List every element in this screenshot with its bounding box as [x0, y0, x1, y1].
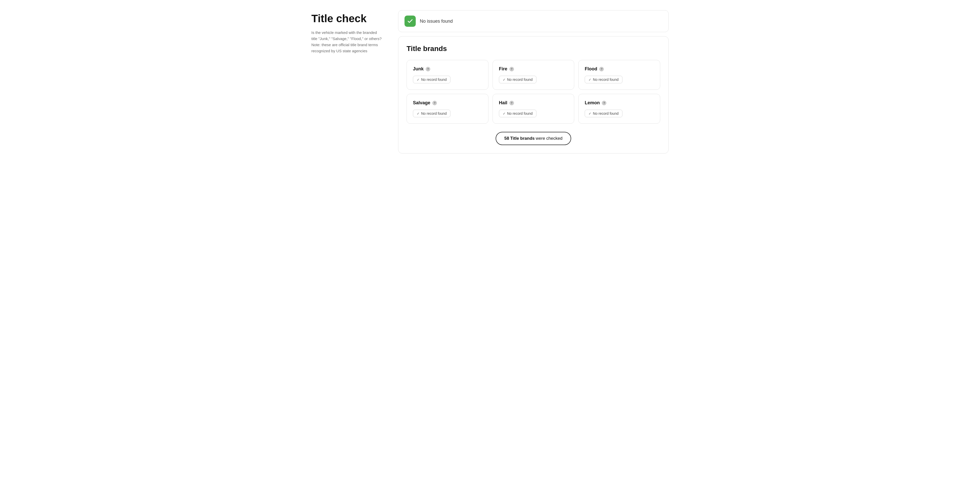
no-record-text: No record found — [421, 111, 447, 116]
brand-card-header: Salvage ? — [413, 100, 482, 106]
no-record-badge: ✓ No record found — [585, 76, 622, 83]
brand-name: Junk — [413, 66, 424, 71]
title-brands-heading: Title brands — [407, 44, 660, 53]
status-banner: No issues found — [398, 10, 669, 32]
brand-card: Flood ? ✓ No record found — [578, 60, 660, 90]
page-layout: Title check Is the vehicle marked with t… — [311, 10, 669, 154]
no-record-badge: ✓ No record found — [499, 109, 536, 117]
status-text: No issues found — [420, 19, 453, 24]
brands-checked-pill: 58 Title brands were checked — [407, 132, 660, 145]
brand-card: Junk ? ✓ No record found — [407, 60, 488, 90]
help-icon[interactable]: ? — [602, 101, 606, 105]
brands-grid: Junk ? ✓ No record found Fire ? ✓ No rec… — [407, 60, 660, 124]
brand-card: Fire ? ✓ No record found — [493, 60, 574, 90]
brand-card-header: Fire ? — [499, 66, 568, 71]
page-title: Title check — [311, 13, 383, 24]
help-icon[interactable]: ? — [509, 101, 514, 105]
brand-card: Lemon ? ✓ No record found — [578, 94, 660, 124]
no-record-badge: ✓ No record found — [585, 109, 622, 117]
check-mark: ✓ — [589, 78, 591, 82]
brand-card-header: Junk ? — [413, 66, 482, 71]
brand-name: Lemon — [585, 100, 600, 106]
checked-suffix: were checked — [536, 136, 563, 141]
help-icon[interactable]: ? — [426, 67, 430, 71]
no-record-text: No record found — [593, 78, 618, 82]
checked-label: Title brands — [510, 136, 535, 141]
no-record-text: No record found — [421, 78, 447, 82]
no-record-text: No record found — [507, 111, 533, 116]
no-record-badge: ✓ No record found — [413, 76, 450, 83]
no-record-badge: ✓ No record found — [499, 76, 536, 83]
main-content: No issues found Title brands Junk ? ✓ No… — [398, 10, 669, 154]
brand-card-header: Flood ? — [585, 66, 654, 71]
help-icon[interactable]: ? — [599, 67, 604, 71]
check-mark: ✓ — [417, 112, 420, 116]
help-icon[interactable]: ? — [432, 101, 437, 105]
brand-name: Fire — [499, 66, 508, 71]
brand-card: Salvage ? ✓ No record found — [407, 94, 488, 124]
help-icon[interactable]: ? — [509, 67, 514, 71]
brand-name: Hail — [499, 100, 508, 106]
brand-card-header: Lemon ? — [585, 100, 654, 106]
no-record-text: No record found — [593, 111, 618, 116]
check-mark: ✓ — [503, 112, 506, 116]
title-brands-card: Title brands Junk ? ✓ No record found Fi… — [398, 36, 669, 154]
brand-card: Hail ? ✓ No record found — [493, 94, 574, 124]
check-mark: ✓ — [503, 78, 506, 82]
brand-card-header: Hail ? — [499, 100, 568, 106]
check-mark: ✓ — [417, 78, 420, 82]
sidebar: Title check Is the vehicle marked with t… — [311, 10, 383, 154]
sidebar-description: Is the vehicle marked with the branded t… — [311, 30, 383, 54]
status-icon-container — [404, 16, 416, 27]
check-icon — [407, 18, 413, 24]
brand-name: Salvage — [413, 100, 430, 106]
brands-checked-pill-inner: 58 Title brands were checked — [496, 132, 571, 145]
check-mark: ✓ — [589, 112, 591, 116]
no-record-badge: ✓ No record found — [413, 109, 450, 117]
no-record-text: No record found — [507, 78, 533, 82]
brand-name: Flood — [585, 66, 597, 71]
checked-count: 58 — [504, 136, 509, 141]
